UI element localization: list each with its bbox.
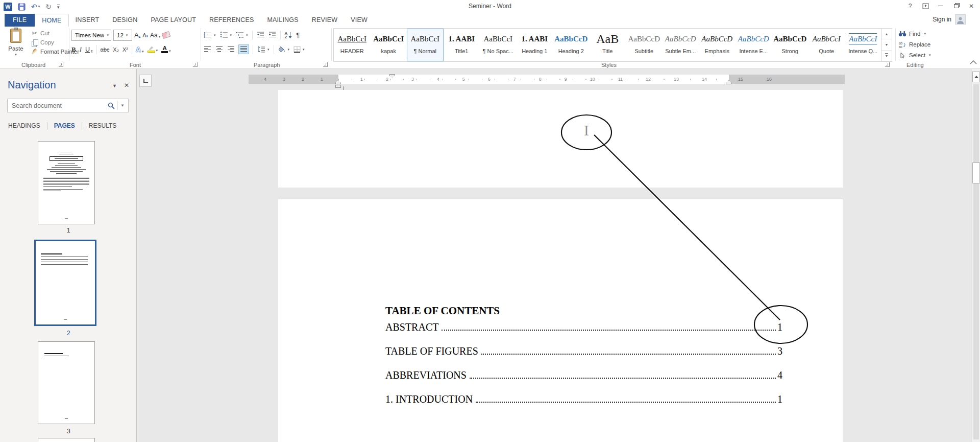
- navigation-options-arrow[interactable]: ▼: [112, 83, 117, 88]
- bullets-button[interactable]: ▾: [204, 32, 216, 38]
- grow-font-button[interactable]: A▴: [134, 31, 140, 39]
- align-right-button[interactable]: [227, 46, 235, 53]
- ribbon-display-options-button[interactable]: [918, 0, 933, 12]
- font-name-combobox[interactable]: Times New Ro▾: [71, 30, 111, 41]
- page-thumbnail-4-partial[interactable]: [38, 438, 95, 442]
- style-no-spacing[interactable]: AaBbCcI¶ No Spac...: [480, 29, 517, 61]
- page-thumbnail-2-selected[interactable]: [34, 240, 96, 326]
- ruler-number: 5: [461, 75, 466, 84]
- shrink-font-button[interactable]: A▾: [142, 32, 148, 38]
- scroll-up-button[interactable]: [972, 72, 980, 82]
- first-line-indent-marker[interactable]: [389, 74, 395, 78]
- collapse-ribbon-chevron[interactable]: [970, 57, 977, 66]
- align-left-button[interactable]: [204, 46, 211, 53]
- text-effects-button[interactable]: A▾: [136, 45, 144, 54]
- tab-file[interactable]: FILE: [5, 14, 35, 27]
- minimize-button[interactable]: [933, 0, 948, 12]
- tab-view[interactable]: VIEW: [344, 14, 374, 27]
- italic-button[interactable]: I: [80, 45, 82, 54]
- document-page-2[interactable]: TABLE OF CONTENTS ABSTRACT 1 TABLE OF FI…: [278, 199, 843, 442]
- multilevel-list-icon: [236, 32, 244, 38]
- replace-button[interactable]: abac Replace: [898, 40, 930, 49]
- style-header[interactable]: AaBbCcIHEADER: [334, 29, 371, 61]
- show-formatting-marks-button[interactable]: ¶: [296, 31, 300, 39]
- bold-button[interactable]: B: [71, 45, 76, 54]
- style-quote[interactable]: AaBbCcIQuote: [808, 29, 845, 61]
- justify-button[interactable]: [238, 44, 249, 54]
- select-button[interactable]: Select▾: [898, 51, 930, 59]
- font-name-dropdown-arrow[interactable]: ▾: [107, 33, 109, 37]
- tab-stop-selector[interactable]: [139, 75, 152, 87]
- clipboard-dialog-launcher[interactable]: [59, 62, 63, 67]
- style-strong[interactable]: AaBbCcDStrong: [772, 29, 808, 61]
- tab-design[interactable]: DESIGN: [106, 14, 144, 27]
- superscript-button[interactable]: X²: [122, 46, 128, 53]
- style-subtle-emphasis[interactable]: AaBbCcDSubtle Em...: [663, 29, 699, 61]
- paragraph-dialog-launcher[interactable]: [323, 62, 328, 67]
- paste-button[interactable]: Paste ▾: [3, 29, 29, 61]
- sort-button[interactable]: AZ: [285, 32, 292, 39]
- font-dialog-launcher[interactable]: [193, 62, 198, 67]
- styles-scroll-down-button[interactable]: ▼: [881, 39, 892, 50]
- search-dropdown-arrow[interactable]: ▼: [120, 103, 128, 108]
- styles-dialog-launcher[interactable]: [885, 62, 890, 67]
- style-subtitle[interactable]: AaBbCcDSubtitle: [626, 29, 663, 61]
- paste-dropdown-arrow[interactable]: ▾: [15, 53, 17, 57]
- search-document-box[interactable]: Search document ▼: [7, 99, 129, 112]
- clear-formatting-button[interactable]: [162, 32, 170, 39]
- nav-tab-pages[interactable]: PAGES: [54, 121, 75, 130]
- left-indent-marker[interactable]: [335, 85, 341, 88]
- style-kapak[interactable]: AaBbCcIkapak: [371, 29, 407, 61]
- multilevel-list-button[interactable]: ▾: [236, 32, 248, 38]
- font-size-combobox[interactable]: 12▾: [113, 30, 132, 41]
- font-size-dropdown-arrow[interactable]: ▾: [126, 33, 128, 37]
- style-preview: AaB: [590, 33, 626, 46]
- tab-references[interactable]: REFERENCES: [203, 14, 260, 27]
- navigation-close-icon[interactable]: ✕: [124, 82, 129, 89]
- scrollbar-track[interactable]: [973, 84, 979, 439]
- styles-scroll-up-button[interactable]: ▲: [881, 29, 892, 39]
- search-icon[interactable]: [108, 102, 115, 109]
- document-canvas[interactable]: 4 3 2 1 1 2 3 4 5 6 7 8 9 10 11: [137, 69, 971, 442]
- align-center-button[interactable]: [215, 46, 223, 53]
- style-normal-selected[interactable]: AaBbCcI¶ Normal: [407, 29, 444, 61]
- tab-insert[interactable]: INSERT: [69, 14, 106, 27]
- help-button[interactable]: ?: [902, 0, 918, 12]
- tab-mailings[interactable]: MAILINGS: [260, 14, 305, 27]
- restore-button[interactable]: [948, 0, 964, 12]
- close-button[interactable]: ✕: [964, 0, 979, 12]
- style-title1[interactable]: 1. AABITitle1: [444, 29, 480, 61]
- style-title[interactable]: AaBTitle: [590, 29, 626, 61]
- find-button[interactable]: Find▾: [898, 30, 930, 38]
- text-highlight-button[interactable]: ▾: [148, 46, 158, 53]
- increase-indent-button[interactable]: [268, 32, 276, 38]
- account-avatar[interactable]: [955, 14, 966, 25]
- underline-button[interactable]: U▾: [85, 46, 93, 53]
- subscript-button[interactable]: X₂: [113, 46, 119, 53]
- line-spacing-button[interactable]: ▾: [257, 46, 270, 53]
- nav-tab-headings[interactable]: HEADINGS: [8, 121, 40, 130]
- document-page-1[interactable]: [278, 90, 843, 188]
- style-intense-quote[interactable]: AaBbCcIIntense Q...: [845, 29, 881, 61]
- style-heading-2[interactable]: AaBbCcDHeading 2: [553, 29, 590, 61]
- decrease-indent-button[interactable]: [257, 32, 264, 38]
- scrollbar-thumb[interactable]: [972, 162, 980, 183]
- shading-button[interactable]: ▾: [278, 46, 290, 53]
- tab-page-layout[interactable]: PAGE LAYOUT: [144, 14, 203, 27]
- numbering-button[interactable]: ▾: [220, 32, 232, 38]
- tab-review[interactable]: REVIEW: [305, 14, 345, 27]
- change-case-button[interactable]: Aa▾: [150, 32, 160, 39]
- sign-in-link[interactable]: Sign in: [933, 16, 951, 23]
- styles-more-button[interactable]: ▼: [881, 51, 892, 61]
- vertical-scrollbar[interactable]: [971, 69, 980, 442]
- tab-home[interactable]: HOME: [35, 14, 68, 27]
- style-heading-1[interactable]: 1. AABIHeading 1: [517, 29, 553, 61]
- font-color-button[interactable]: A▾: [161, 45, 171, 53]
- style-emphasis[interactable]: AaBbCcDEmphasis: [699, 29, 736, 61]
- page-thumbnail-3[interactable]: [38, 341, 95, 424]
- nav-tab-results[interactable]: RESULTS: [89, 121, 116, 130]
- style-intense-emphasis[interactable]: AaBbCcDIntense E...: [736, 29, 772, 61]
- strikethrough-button[interactable]: abc: [101, 46, 110, 53]
- borders-button[interactable]: ▾: [293, 46, 305, 53]
- page-thumbnail-1[interactable]: [38, 141, 95, 224]
